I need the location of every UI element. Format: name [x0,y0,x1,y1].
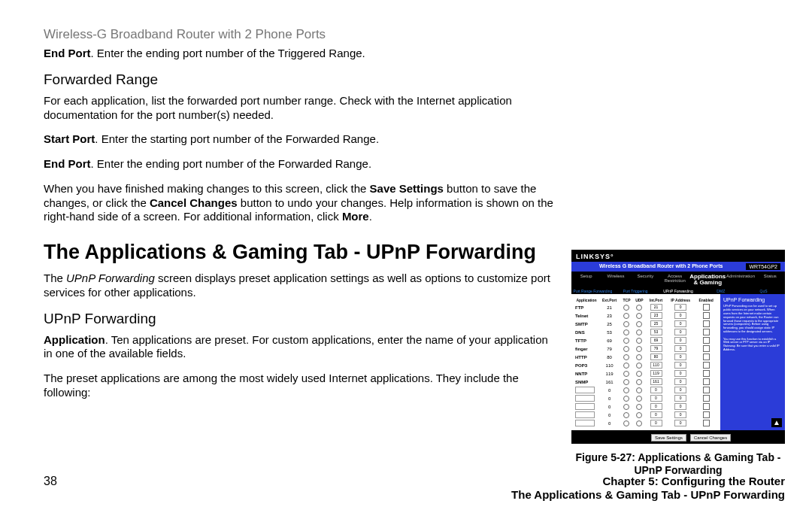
intport-input[interactable]: 110 [650,362,662,369]
subtab-dmz[interactable]: DMZ [699,288,742,294]
page-footer: 38 Chapter 5: Configuring the Router The… [44,475,785,503]
intport-input[interactable]: 80 [650,354,662,360]
tab-status[interactable]: Status [756,272,785,288]
cell-application [574,411,598,419]
udp-radio[interactable] [636,354,642,360]
ip-input[interactable]: 0 [674,337,686,344]
cell-application [574,402,598,411]
application-input[interactable] [575,420,595,426]
tcp-radio[interactable] [623,354,629,360]
tcp-radio[interactable] [623,412,629,418]
tcp-radio[interactable] [623,404,629,410]
intport-input[interactable]: 0 [650,387,662,393]
enabled-checkbox[interactable] [703,420,710,426]
enabled-checkbox[interactable] [703,395,710,402]
intport-input[interactable]: 161 [650,378,662,385]
enabled-checkbox[interactable] [703,337,710,344]
udp-radio[interactable] [636,363,642,369]
enabled-checkbox[interactable] [703,387,710,393]
tcp-radio[interactable] [623,420,629,426]
tcp-radio[interactable] [623,396,629,402]
intport-input[interactable]: 0 [650,395,662,402]
cell-ipaddress: 0 [666,394,695,402]
enabled-checkbox[interactable] [703,411,710,418]
intport-input[interactable]: 53 [650,329,662,335]
subtab-upnp-forwarding[interactable]: UPnP Forwarding [657,288,700,294]
intport-input[interactable]: 69 [650,337,662,344]
udp-radio[interactable] [636,396,642,402]
tcp-radio[interactable] [623,371,629,377]
ip-input[interactable]: 0 [674,411,686,418]
udp-radio[interactable] [636,404,642,410]
ip-input[interactable]: 0 [674,420,686,426]
ip-input[interactable]: 0 [674,312,686,319]
application-input[interactable] [575,387,595,393]
udp-radio[interactable] [636,338,642,344]
udp-radio[interactable] [636,371,642,377]
cell-enabled [695,402,717,411]
subtab-qos[interactable]: QoS [742,288,785,294]
subtab-port-triggering[interactable]: Port Triggering [614,288,657,294]
tcp-radio[interactable] [623,305,629,311]
tcp-radio[interactable] [623,346,629,352]
subtab-port-range[interactable]: Port Range Forwarding [571,288,614,294]
tab-security[interactable]: Security [631,272,660,288]
intport-input[interactable]: 23 [650,312,662,319]
udp-radio[interactable] [636,379,642,385]
tab-wireless[interactable]: Wireless [601,272,630,288]
tcp-radio[interactable] [623,363,629,369]
ip-input[interactable]: 0 [674,378,686,385]
intport-input[interactable]: 25 [650,320,662,327]
text: . Ten applications are preset. For custo… [44,333,548,360]
enabled-checkbox[interactable] [703,312,710,319]
udp-radio[interactable] [636,329,642,335]
udp-radio[interactable] [636,387,642,393]
ip-input[interactable]: 0 [674,370,686,377]
udp-radio[interactable] [636,420,642,426]
intport-input[interactable]: 0 [650,420,662,426]
tcp-radio[interactable] [623,379,629,385]
udp-radio[interactable] [636,305,642,311]
enabled-checkbox[interactable] [703,403,710,410]
ip-input[interactable]: 0 [674,395,686,402]
tcp-radio[interactable] [623,321,629,327]
udp-radio[interactable] [636,412,642,418]
ip-input[interactable]: 0 [674,387,686,393]
tab-access-restriction[interactable]: Access Restriction [660,272,689,288]
intport-input[interactable]: 119 [650,370,662,377]
intport-input[interactable]: 21 [650,304,662,311]
enabled-checkbox[interactable] [703,362,710,369]
tcp-radio[interactable] [623,313,629,319]
intport-input[interactable]: 0 [650,411,662,418]
udp-radio[interactable] [636,321,642,327]
tab-applications-gaming[interactable]: Applications & Gaming [689,272,726,288]
tab-administration[interactable]: Administration [726,272,755,288]
tcp-radio[interactable] [623,387,629,393]
ip-input[interactable]: 0 [674,304,686,311]
ip-input[interactable]: 0 [674,403,686,410]
application-input[interactable] [575,411,595,418]
udp-radio[interactable] [636,346,642,352]
enabled-checkbox[interactable] [703,304,710,311]
ip-input[interactable]: 0 [674,320,686,327]
cancel-changes-button[interactable]: Cancel Changes [690,434,731,442]
enabled-checkbox[interactable] [703,329,710,335]
enabled-checkbox[interactable] [703,345,710,352]
enabled-checkbox[interactable] [703,354,710,360]
ip-input[interactable]: 0 [674,329,686,335]
tab-setup[interactable]: Setup [571,272,601,288]
intport-input[interactable]: 79 [650,345,662,352]
application-input[interactable] [575,395,595,402]
application-input[interactable] [575,403,595,410]
intport-input[interactable]: 0 [650,403,662,410]
ip-input[interactable]: 0 [674,354,686,360]
ip-input[interactable]: 0 [674,345,686,352]
ip-input[interactable]: 0 [674,362,686,369]
enabled-checkbox[interactable] [703,378,710,385]
enabled-checkbox[interactable] [703,370,710,377]
save-settings-button[interactable]: Save Settings [651,434,686,442]
tcp-radio[interactable] [623,338,629,344]
tcp-radio[interactable] [623,329,629,335]
enabled-checkbox[interactable] [703,320,710,327]
udp-radio[interactable] [636,313,642,319]
